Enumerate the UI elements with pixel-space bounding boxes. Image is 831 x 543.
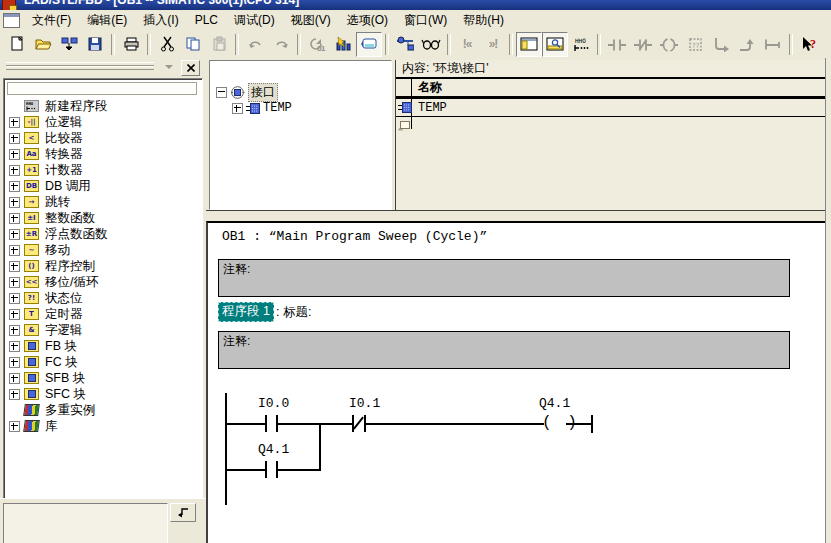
tree-item-move[interactable]: ~移动 bbox=[6, 242, 198, 258]
redo-button[interactable] bbox=[268, 32, 294, 57]
operand-label[interactable]: Q4.1 bbox=[539, 396, 570, 411]
expand-icon[interactable] bbox=[232, 103, 243, 114]
menu-item-view[interactable]: 视图(V) bbox=[283, 10, 339, 31]
tree-item-multiple-instances[interactable]: 多重实例 bbox=[6, 402, 198, 418]
copy-button[interactable] bbox=[180, 32, 206, 57]
table-row[interactable]: TEMP bbox=[396, 99, 831, 117]
help-button[interactable]: ? bbox=[796, 32, 822, 57]
comment-toggle-button[interactable] bbox=[356, 32, 382, 57]
tree-item-fc-blocks[interactable]: FC 块 bbox=[6, 354, 198, 370]
contact-no-bar[interactable] bbox=[265, 415, 267, 432]
network-badge[interactable]: 程序段 1 bbox=[218, 302, 274, 322]
tree-item-timers[interactable]: T定时器 bbox=[6, 306, 198, 322]
panel-gripper[interactable] bbox=[6, 66, 154, 70]
child-window-icon[interactable] bbox=[3, 13, 20, 28]
menu-item-debug[interactable]: 调试(D) bbox=[226, 10, 283, 31]
expand-icon[interactable] bbox=[9, 181, 20, 192]
panel-close-button[interactable] bbox=[181, 60, 200, 76]
menu-item-plc[interactable]: PLC bbox=[187, 11, 226, 29]
menu-item-file[interactable]: 文件(F) bbox=[24, 10, 79, 31]
expand-icon[interactable] bbox=[9, 229, 20, 240]
tree-item-counter[interactable]: +1计数器 bbox=[6, 162, 198, 178]
tree-item-sfc-blocks[interactable]: SFC 块 bbox=[6, 386, 198, 402]
operand-label[interactable]: I0.1 bbox=[349, 396, 380, 411]
insert-contact-nc-button[interactable] bbox=[630, 32, 656, 57]
expand-icon[interactable] bbox=[9, 245, 20, 256]
insert-coil-button[interactable] bbox=[656, 32, 682, 57]
insert-empty-box-button[interactable]: ?? bbox=[682, 32, 708, 57]
expand-icon[interactable] bbox=[9, 421, 20, 432]
monitor-glasses-button[interactable] bbox=[418, 32, 444, 57]
insert-connector-button[interactable] bbox=[760, 32, 786, 57]
expand-icon[interactable] bbox=[9, 165, 20, 176]
insert-contact-no-button[interactable] bbox=[604, 32, 630, 57]
new-network-button[interactable]: HHO bbox=[568, 32, 594, 57]
expand-icon[interactable] bbox=[9, 149, 20, 160]
save-button[interactable] bbox=[82, 32, 108, 57]
menu-item-insert[interactable]: 插入(I) bbox=[135, 10, 186, 31]
network-title-label[interactable]: : 标题: bbox=[276, 304, 311, 321]
undo-button[interactable] bbox=[242, 32, 268, 57]
tree-item-shift-rotate[interactable]: <<移位/循环 bbox=[6, 274, 198, 290]
expand-icon[interactable] bbox=[9, 117, 20, 128]
detail-view-toggle-button[interactable] bbox=[542, 32, 568, 57]
network-comment-box[interactable]: 注释: bbox=[218, 331, 790, 369]
tree-item-float-fn[interactable]: ±R浮点数函数 bbox=[6, 226, 198, 242]
expand-icon[interactable] bbox=[9, 197, 20, 208]
menu-item-options[interactable]: 选项(O) bbox=[339, 10, 396, 31]
insert-element-button[interactable] bbox=[170, 503, 196, 522]
print-button[interactable] bbox=[118, 32, 144, 57]
operand-label[interactable]: Q4.1 bbox=[258, 442, 289, 457]
cut-button[interactable] bbox=[154, 32, 180, 57]
expand-icon[interactable] bbox=[9, 133, 20, 144]
expand-icon[interactable] bbox=[9, 325, 20, 336]
table-row-empty[interactable] bbox=[396, 117, 831, 134]
operand-label[interactable]: I0.0 bbox=[258, 396, 289, 411]
tree-item-bit-logic[interactable]: -||位逻辑 bbox=[6, 114, 198, 130]
tree-item-new-network[interactable]: HHO新建程序段 bbox=[6, 98, 198, 114]
goto-next-error-button[interactable]: »! bbox=[480, 32, 506, 57]
panel-menu-button[interactable] bbox=[160, 60, 177, 74]
menu-item-help[interactable]: 帮助(H) bbox=[455, 10, 512, 31]
tree-item-sfb-blocks[interactable]: SFB 块 bbox=[6, 370, 198, 386]
expand-icon[interactable] bbox=[9, 277, 20, 288]
menu-item-window[interactable]: 窗口(W) bbox=[396, 10, 455, 31]
download-button[interactable] bbox=[56, 32, 82, 57]
tree-item-db-call[interactable]: DBDB 调用 bbox=[6, 178, 198, 194]
expand-icon[interactable] bbox=[9, 213, 20, 224]
expand-icon[interactable] bbox=[9, 389, 20, 400]
expand-icon[interactable] bbox=[9, 357, 20, 368]
tree-item-integer-fn[interactable]: ±I整数函数 bbox=[6, 210, 198, 226]
expand-icon[interactable] bbox=[9, 373, 20, 384]
tree-item-converter[interactable]: Aa转换器 bbox=[6, 146, 198, 162]
tree-item-jump[interactable]: →跳转 bbox=[6, 194, 198, 210]
download-blocks-button[interactable] bbox=[330, 32, 356, 57]
expand-icon[interactable] bbox=[9, 341, 20, 352]
collapse-icon[interactable] bbox=[216, 87, 227, 98]
name-column-header[interactable]: 名称 bbox=[418, 79, 442, 96]
contact-no-bar[interactable] bbox=[265, 461, 267, 478]
open-file-button[interactable] bbox=[30, 32, 56, 57]
tree-item-program-control[interactable]: ()程序控制 bbox=[6, 258, 198, 274]
open-branch-button[interactable] bbox=[708, 32, 734, 57]
tree-item-fb-blocks[interactable]: FB 块 bbox=[6, 338, 198, 354]
tree-item-status-bits[interactable]: ?!状态位 bbox=[6, 290, 198, 306]
close-branch-button[interactable] bbox=[734, 32, 760, 57]
new-file-button[interactable] bbox=[4, 32, 30, 57]
catalog-toggle-button[interactable] bbox=[516, 32, 542, 57]
menu-item-edit[interactable]: 编辑(E) bbox=[79, 10, 135, 31]
program-status-button[interactable]: 01 bbox=[304, 32, 330, 57]
interface-temp-node[interactable]: TEMP bbox=[232, 101, 292, 115]
tree-item-libraries[interactable]: 库 bbox=[6, 418, 198, 434]
expand-icon[interactable] bbox=[9, 293, 20, 304]
paste-button[interactable] bbox=[206, 32, 232, 57]
horizontal-splitter[interactable] bbox=[206, 211, 831, 221]
interface-root-node[interactable]: 接口 bbox=[216, 83, 278, 102]
tree-item-comparator[interactable]: <比较器 bbox=[6, 130, 198, 146]
goto-prev-error-button[interactable]: !« bbox=[454, 32, 480, 57]
block-comment-box[interactable]: 注释: bbox=[218, 259, 790, 297]
network-node-button[interactable] bbox=[392, 32, 418, 57]
expand-icon[interactable] bbox=[9, 309, 20, 320]
expand-icon[interactable] bbox=[9, 261, 20, 272]
tree-item-word-logic[interactable]: &字逻辑 bbox=[6, 322, 198, 338]
